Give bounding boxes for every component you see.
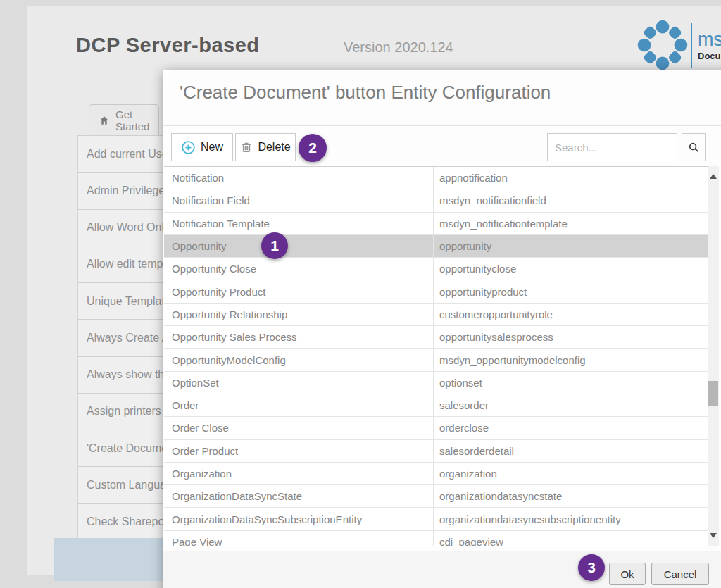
settings-item-label: Admin Privilege	[87, 184, 165, 197]
table-row[interactable]: Order Product salesorderdetail	[164, 440, 708, 463]
entity-logical-name: msdyn_notificationtemplate	[434, 218, 708, 230]
entity-display-name: Opportunity	[164, 235, 434, 257]
search-input[interactable]	[547, 133, 677, 161]
entity-logical-name: organization	[434, 468, 708, 480]
home-icon	[99, 115, 110, 126]
entity-logical-name: orderclose	[434, 422, 708, 434]
entity-display-name: Opportunity Product	[164, 280, 434, 302]
plus-circle-icon	[181, 140, 196, 155]
new-button[interactable]: New	[171, 133, 233, 161]
entity-logical-name: salesorderdetail	[434, 445, 708, 457]
ok-button[interactable]: Ok	[609, 563, 646, 585]
logo-text: mscrm Documents	[698, 30, 721, 61]
table-row[interactable]: OpportunityModelConfig msdyn_opportunity…	[164, 349, 708, 371]
logo-divider	[691, 23, 692, 68]
entity-display-name: Order Product	[164, 440, 434, 462]
entity-display-name: Opportunity Relationship	[164, 304, 434, 325]
table-row[interactable]: Organization organization	[164, 463, 708, 485]
entity-configuration-dialog: 'Create Document' button Entity Configur…	[163, 70, 721, 588]
step-2-badge: 2	[299, 134, 327, 162]
table-row[interactable]: OrganizationDataSyncSubscriptionEntity o…	[164, 508, 708, 530]
dialog-footer: Ok Cancel	[163, 551, 721, 588]
entity-logical-name: opportunityproduct	[434, 286, 708, 298]
table-row[interactable]: Notification appnotification	[164, 167, 708, 189]
entity-logical-name: opportunitysalesprocess	[434, 331, 708, 343]
entity-table: Notification appnotification Notificatio…	[164, 166, 708, 546]
entity-logical-name: appnotification	[434, 172, 708, 184]
entity-logical-name: opportunityclose	[434, 263, 708, 275]
new-button-label: New	[201, 141, 223, 154]
table-row[interactable]: Opportunity Relationship customeropportu…	[164, 304, 708, 326]
table-row[interactable]: Opportunity Product opportunityproduct	[164, 280, 708, 303]
table-row[interactable]: Notification Field msdyn_notificationfie…	[164, 189, 708, 212]
table-row[interactable]: OptionSet optionset	[164, 372, 708, 394]
step-3-badge: 3	[578, 554, 605, 581]
logo-product: Documents	[698, 51, 721, 61]
app-version: Version 2020.124	[344, 39, 453, 56]
entity-display-name: OrganizationDataSyncState	[164, 485, 434, 507]
cancel-button[interactable]: Cancel	[651, 563, 709, 585]
entity-display-name: Opportunity Close	[164, 258, 434, 280]
trash-icon	[240, 141, 253, 154]
table-scrollbar[interactable]	[708, 166, 719, 546]
entity-logical-name: msdyn_notificationfield	[434, 194, 708, 206]
entity-display-name: OrganizationDataSyncSubscriptionEntity	[164, 508, 434, 530]
page-title: DCP Server-based	[76, 34, 260, 57]
search-icon	[688, 142, 700, 154]
mscrm-addons-logo-icon	[637, 20, 688, 70]
entity-display-name: Order Close	[164, 417, 434, 439]
delete-button-label: Delete	[258, 141, 290, 154]
entity-display-name: Notification Template	[164, 213, 434, 234]
entity-display-name: Notification Field	[164, 189, 434, 211]
delete-button[interactable]: Delete	[235, 133, 296, 161]
title-divider	[163, 125, 721, 126]
entity-display-name: Page View	[164, 531, 434, 546]
scroll-down-icon[interactable]	[710, 533, 717, 538]
table-row[interactable]: Order Close orderclose	[164, 417, 708, 439]
dialog-title: 'Create Document' button Entity Configur…	[180, 82, 551, 104]
scroll-up-icon[interactable]	[710, 174, 717, 179]
step-1-badge: 1	[261, 232, 288, 259]
table-row[interactable]: Opportunity Sales Process opportunitysal…	[164, 326, 708, 349]
entity-logical-name: organizationdatasyncsubscriptionentity	[434, 513, 708, 525]
entity-logical-name: organizationdatasyncstate	[434, 490, 708, 502]
entity-logical-name: cdi_pageview	[434, 536, 708, 546]
entity-logical-name: opportunity	[434, 240, 708, 252]
entity-logical-name: salesorder	[434, 399, 708, 411]
table-row[interactable]: Page View cdi_pageview	[164, 531, 708, 546]
entity-display-name: OptionSet	[164, 372, 434, 394]
logo-brand: mscrm	[698, 30, 721, 49]
entity-logical-name: optionset	[434, 377, 708, 389]
entity-display-name: Opportunity Sales Process	[164, 326, 434, 348]
table-row[interactable]: Notification Template msdyn_notification…	[164, 213, 708, 235]
table-row[interactable]: Opportunity opportunity	[164, 235, 708, 258]
brand-logo: mscrm Documents	[637, 20, 721, 70]
entity-display-name: Organization	[164, 463, 434, 484]
entity-logical-name: msdyn_opportunitymodelconfig	[434, 354, 708, 366]
tab-get-started-label: Get Started	[115, 108, 158, 132]
scrollbar-thumb[interactable]	[708, 381, 718, 406]
table-row[interactable]: Opportunity Close opportunityclose	[164, 258, 708, 280]
table-row[interactable]: Order salesorder	[164, 394, 708, 417]
entity-display-name: Order	[164, 394, 434, 416]
search-button[interactable]	[682, 133, 706, 161]
table-row[interactable]: OrganizationDataSyncState organizationda…	[164, 485, 708, 508]
entity-display-name: OpportunityModelConfig	[164, 349, 434, 370]
entity-display-name: Notification	[164, 167, 434, 189]
tab-get-started[interactable]: Get Started	[89, 104, 159, 136]
entity-logical-name: customeropportunityrole	[434, 308, 708, 320]
